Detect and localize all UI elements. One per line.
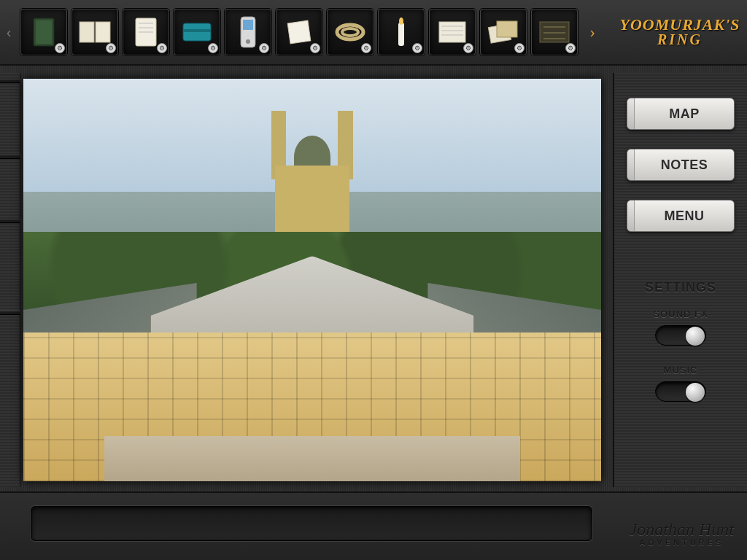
inventory-scroll-left[interactable]: ‹ bbox=[0, 0, 18, 65]
menu-button-label: MENU bbox=[635, 209, 734, 224]
inventory-item-rope-coil[interactable]: ⚙ bbox=[327, 9, 374, 55]
inventory-bar: ‹ ⚙ ⚙ ⚙ ⚙ ⚙ bbox=[0, 0, 747, 66]
inventory-item-photo-stack[interactable]: ⚙ bbox=[480, 9, 527, 55]
gear-icon: ⚙ bbox=[310, 43, 320, 53]
inventory-item-mobile-phone[interactable]: ⚙ bbox=[225, 9, 271, 55]
scene-basilica bbox=[266, 111, 359, 248]
svg-rect-13 bbox=[287, 20, 311, 44]
inventory-item-old-map[interactable]: ⚙ bbox=[531, 9, 578, 55]
bottom-bar: Jonathan Hunt ADVENTURES bbox=[0, 491, 747, 560]
svg-rect-11 bbox=[243, 20, 253, 30]
svg-rect-18 bbox=[439, 22, 465, 42]
map-button[interactable]: MAP bbox=[627, 98, 735, 130]
inventory-slots: ⚙ ⚙ ⚙ ⚙ ⚙ ⚙ bbox=[18, 3, 581, 61]
svg-point-12 bbox=[246, 39, 250, 44]
gear-icon: ⚙ bbox=[463, 43, 473, 53]
game-title-line2: RING bbox=[657, 31, 703, 48]
menu-button[interactable]: MENU bbox=[627, 200, 735, 232]
inventory-item-notebook[interactable]: ⚙ bbox=[123, 9, 169, 55]
dialogue-box bbox=[31, 506, 592, 541]
gear-icon: ⚙ bbox=[106, 43, 116, 53]
svg-rect-3 bbox=[96, 22, 110, 42]
publisher-line2: ADVENTURES bbox=[630, 538, 734, 547]
inventory-item-open-pages[interactable]: ⚙ bbox=[71, 9, 118, 55]
gear-icon: ⚙ bbox=[157, 43, 167, 53]
side-panel: MAP NOTES MENU SETTINGS SOUND FX MUSIC bbox=[613, 73, 747, 487]
svg-point-17 bbox=[399, 18, 403, 25]
inventory-item-letter[interactable]: ⚙ bbox=[276, 9, 322, 55]
inventory-scroll-right[interactable]: › bbox=[584, 0, 601, 65]
music-toggle[interactable] bbox=[655, 381, 706, 402]
settings-block: SETTINGS SOUND FX MUSIC bbox=[614, 280, 747, 421]
svg-rect-24 bbox=[540, 22, 569, 42]
svg-point-15 bbox=[342, 28, 358, 36]
svg-rect-2 bbox=[80, 22, 94, 42]
music-label: MUSIC bbox=[614, 365, 747, 376]
inventory-item-candle[interactable]: ⚙ bbox=[378, 9, 425, 55]
notes-button[interactable]: NOTES bbox=[627, 149, 735, 181]
inventory-item-green-book[interactable]: ⚙ bbox=[20, 9, 67, 55]
game-logo: YOOMURJAK'S RING bbox=[622, 9, 738, 54]
gear-icon: ⚙ bbox=[208, 43, 218, 53]
gear-icon: ⚙ bbox=[514, 43, 525, 53]
inventory-item-wallet[interactable]: ⚙ bbox=[174, 9, 220, 55]
notes-button-label: NOTES bbox=[635, 158, 734, 173]
gear-icon: ⚙ bbox=[259, 43, 269, 53]
svg-rect-23 bbox=[497, 21, 517, 37]
gear-icon: ⚙ bbox=[55, 43, 65, 53]
gear-icon: ⚙ bbox=[565, 43, 576, 53]
left-rail bbox=[0, 73, 20, 487]
settings-heading: SETTINGS bbox=[614, 280, 747, 295]
svg-rect-1 bbox=[36, 20, 52, 44]
scene-palace bbox=[23, 256, 601, 481]
publisher-line1: Jonathan Hunt bbox=[630, 520, 734, 540]
soundfx-label: SOUND FX bbox=[614, 308, 747, 319]
gear-icon: ⚙ bbox=[412, 43, 422, 53]
inventory-item-ledger[interactable]: ⚙ bbox=[429, 9, 476, 55]
svg-rect-16 bbox=[398, 23, 404, 46]
map-button-label: MAP bbox=[635, 106, 734, 122]
publisher-logo: Jonathan Hunt ADVENTURES bbox=[630, 520, 734, 547]
svg-rect-9 bbox=[183, 29, 211, 32]
soundfx-toggle[interactable] bbox=[655, 325, 706, 346]
gear-icon: ⚙ bbox=[361, 43, 371, 53]
scene-viewport[interactable] bbox=[23, 79, 601, 481]
